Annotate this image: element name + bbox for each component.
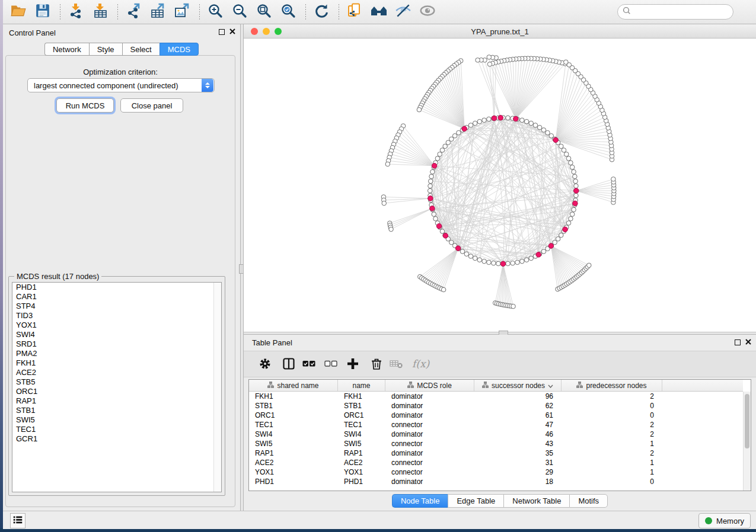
mcds-result-item[interactable]: STB1	[12, 406, 221, 415]
table-row[interactable]: FKH1FKH1dominator962	[249, 392, 743, 401]
mcds-result-item[interactable]: GCR1	[12, 434, 221, 444]
tab-style[interactable]: Style	[89, 43, 122, 56]
save-button[interactable]	[33, 2, 52, 21]
close-panel-icon[interactable]	[229, 28, 235, 35]
tab-select[interactable]: Select	[122, 43, 160, 56]
tab-edge-table[interactable]: Edge Table	[448, 494, 503, 508]
float-panel-icon[interactable]	[219, 29, 225, 35]
tab-mcds[interactable]: MCDS	[160, 43, 199, 56]
tab-node-table[interactable]: Node Table	[392, 494, 448, 508]
mcds-result-item[interactable]: SWI5	[12, 415, 221, 425]
close-panel-button[interactable]: Close panel	[120, 98, 183, 113]
table-cell: dominator	[385, 448, 474, 458]
table-row[interactable]: TEC1TEC1connector472	[249, 420, 743, 430]
mcds-result-item[interactable]: YOX1	[12, 321, 221, 330]
table-row[interactable]: ORC1ORC1dominator610	[249, 411, 743, 420]
toolbar-separator	[305, 4, 306, 20]
table-row[interactable]: SWI4SWI4dominator462	[249, 430, 743, 439]
add-column-button[interactable]	[346, 358, 360, 372]
open-file-button[interactable]	[9, 2, 28, 21]
tab-network[interactable]: Network	[44, 43, 89, 56]
scrollbar-thumb[interactable]	[745, 394, 749, 448]
column-header-shared-name[interactable]: shared name	[249, 380, 338, 391]
tab-network-table[interactable]: Network Table	[503, 494, 569, 508]
save-icon	[35, 3, 50, 21]
criterion-select[interactable]: largest connected component (undirected)	[27, 78, 215, 92]
network-canvas[interactable]	[244, 39, 756, 332]
column-label: shared name	[277, 382, 318, 390]
table-row[interactable]: YOX1YOX1connector291	[249, 467, 743, 477]
zoom-fit-button[interactable]	[254, 2, 273, 21]
mcds-result-item[interactable]: RAP1	[12, 396, 221, 406]
memory-button[interactable]: Memory	[698, 513, 751, 528]
export-table-button[interactable]	[148, 2, 167, 21]
deselect-all-rows-button[interactable]	[324, 358, 338, 372]
table-cell: 29	[474, 467, 562, 477]
import-network-button[interactable]	[66, 2, 85, 21]
binoculars-button[interactable]	[369, 2, 388, 21]
table-cell: dominator	[385, 401, 474, 411]
table-row[interactable]: PHD1PHD1dominator180	[249, 477, 743, 486]
export-network-icon	[126, 3, 141, 21]
table-cell: 47	[474, 420, 562, 430]
refresh-layout-button[interactable]	[312, 2, 331, 21]
mcds-result-list[interactable]: PHD1CAR1STP4TID3YOX1SWI4SRD1PMA2FKH1ACE2…	[12, 282, 222, 492]
zoom-selected-button[interactable]	[279, 2, 298, 21]
close-panel-icon[interactable]	[745, 339, 751, 345]
table-cell: TEC1	[249, 420, 338, 430]
run-mcds-button[interactable]: Run MCDS	[56, 98, 114, 113]
hide-selected-button[interactable]	[394, 2, 413, 21]
column-header-predecessor-nodes[interactable]: predecessor nodes	[562, 380, 662, 391]
table-row[interactable]: ACE2ACE2connector311	[249, 458, 743, 467]
mcds-result-item[interactable]: ACE2	[12, 368, 221, 377]
mcds-result-item[interactable]: TEC1	[12, 425, 221, 434]
table-scrollbar[interactable]	[743, 392, 751, 491]
table-cell: RAP1	[338, 448, 385, 458]
settings-button[interactable]	[258, 358, 272, 372]
export-image-button[interactable]	[173, 2, 192, 21]
network-from-selection-button[interactable]	[345, 2, 364, 21]
toolbar-separator	[199, 4, 200, 20]
panel-menu-button[interactable]	[10, 513, 25, 528]
mcds-result-item[interactable]: TID3	[12, 311, 221, 321]
app-window: Control Panel NetworkStyleSelectMCDS Opt…	[3, 0, 756, 529]
column-type-icon	[407, 382, 414, 390]
right-area: YPA_prune.txt_1 Table Panel f(x) shared …	[244, 24, 756, 511]
column-header-successor-nodes[interactable]: successor nodes	[474, 380, 562, 391]
mcds-result-item[interactable]: CAR1	[12, 292, 221, 302]
table-cell: ACE2	[338, 458, 385, 467]
table-row[interactable]: STB1STB1dominator620	[249, 401, 743, 411]
mcds-result-item[interactable]: PMA2	[12, 349, 221, 358]
table-row[interactable]: RAP1RAP1dominator352	[249, 448, 743, 458]
search-field[interactable]	[617, 4, 733, 20]
search-input[interactable]	[631, 8, 726, 17]
float-panel-icon[interactable]	[735, 339, 741, 345]
show-all-button[interactable]	[418, 2, 437, 21]
column-header-mcds-role[interactable]: MCDS role	[385, 380, 474, 391]
mcds-result-item[interactable]: SWI4	[12, 330, 221, 339]
mcds-result-item[interactable]: FKH1	[12, 358, 221, 368]
export-network-button[interactable]	[124, 2, 143, 21]
tab-motifs[interactable]: Motifs	[569, 494, 608, 508]
delete-column-button[interactable]	[369, 358, 384, 372]
mcds-result-item[interactable]: STB5	[12, 377, 221, 387]
network-graph[interactable]	[244, 39, 756, 332]
table-cell-filler	[662, 401, 743, 411]
mcds-result-item[interactable]: PHD1	[12, 283, 221, 292]
column-header-name[interactable]: name	[338, 380, 385, 391]
mcds-result-item[interactable]: ORC1	[12, 387, 221, 396]
import-table-button[interactable]	[91, 2, 110, 21]
table-row[interactable]: SWI5SWI5connector431	[249, 439, 743, 448]
table-cell: FKH1	[338, 392, 385, 401]
show-all-icon	[419, 3, 436, 21]
split-panel-button[interactable]	[282, 358, 296, 372]
mcds-result-item[interactable]: STP4	[12, 302, 221, 311]
zoom-out-button[interactable]	[230, 2, 249, 21]
select-all-rows-button[interactable]	[302, 358, 316, 372]
table-tabs: Node TableEdge TableNetwork TableMotifs	[244, 494, 756, 508]
table-cell: YOX1	[249, 467, 338, 477]
zoom-in-button[interactable]	[206, 2, 225, 21]
table-cell: 1	[562, 458, 662, 467]
mcds-result-item[interactable]: SRD1	[12, 339, 221, 349]
mcds-list-scrollbar[interactable]	[213, 283, 221, 492]
